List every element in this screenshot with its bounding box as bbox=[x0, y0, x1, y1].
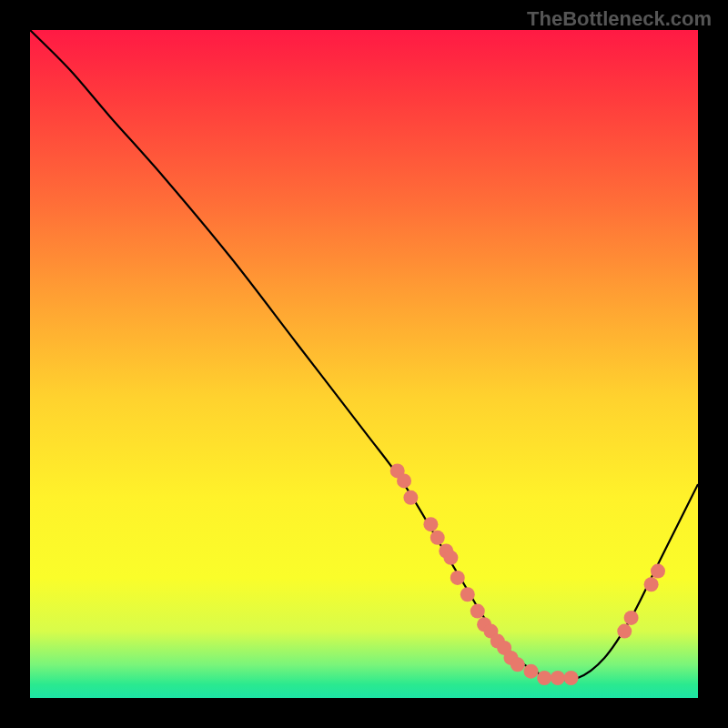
data-point bbox=[644, 577, 659, 592]
data-points bbox=[390, 463, 665, 685]
chart-plot-area bbox=[30, 30, 698, 698]
data-point bbox=[470, 604, 485, 619]
chart-svg bbox=[30, 30, 698, 698]
data-point bbox=[537, 671, 551, 685]
data-point bbox=[511, 657, 525, 672]
data-point bbox=[397, 473, 411, 488]
data-point bbox=[403, 490, 418, 505]
data-point bbox=[551, 671, 565, 685]
data-point bbox=[617, 624, 632, 639]
watermark-text: TheBottleneck.com bbox=[527, 7, 712, 31]
data-point bbox=[524, 664, 539, 679]
data-point bbox=[651, 564, 665, 579]
data-point bbox=[423, 517, 438, 531]
data-point bbox=[430, 531, 445, 545]
data-point bbox=[624, 611, 639, 625]
data-point bbox=[450, 571, 465, 585]
data-point bbox=[443, 551, 458, 565]
data-point bbox=[460, 587, 475, 602]
curve-line bbox=[30, 30, 698, 680]
data-point bbox=[564, 671, 579, 685]
